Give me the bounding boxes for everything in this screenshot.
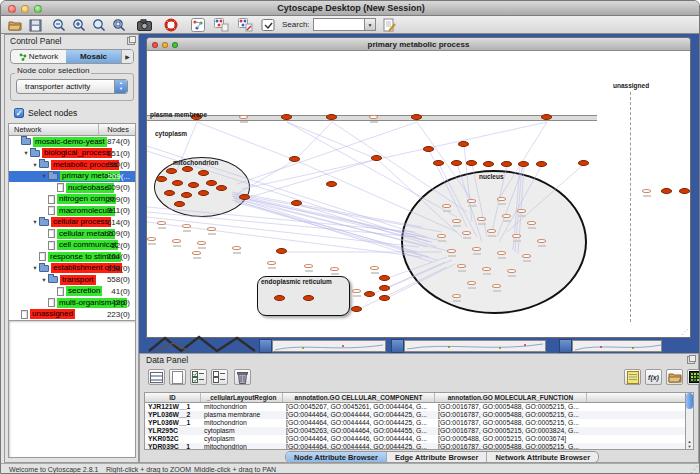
network-node-outline[interactable]: [172, 239, 181, 243]
network-view-window[interactable]: primary metabolic process plasma membran…: [146, 37, 691, 338]
network-node-outline[interactable]: [502, 214, 511, 218]
window-sliver-cap-icon[interactable]: [559, 339, 572, 353]
network-node[interactable]: [364, 291, 375, 297]
disclosure-triangle-icon[interactable]: ▼: [31, 162, 39, 168]
network-node[interactable]: [458, 141, 469, 147]
network-modify-2-icon[interactable]: [237, 17, 253, 33]
snapshot-icon[interactable]: [136, 17, 152, 33]
network-node[interactable]: [379, 295, 390, 301]
network-node[interactable]: [501, 161, 512, 167]
tree-row[interactable]: mosaic-demo-yeast874(0): [9, 136, 135, 148]
network-node-outline[interactable]: [522, 254, 531, 258]
network-node[interactable]: [518, 161, 529, 167]
tree-row[interactable]: nitrogen compo209(0): [9, 194, 135, 206]
network-node[interactable]: [411, 114, 422, 120]
window-sliver[interactable]: [272, 340, 386, 352]
network-node[interactable]: [206, 180, 217, 186]
import-attributes-icon[interactable]: [666, 369, 683, 385]
col-id[interactable]: ID: [145, 393, 201, 402]
network-node-outline[interactable]: [267, 261, 276, 265]
network-node-outline[interactable]: [472, 247, 481, 251]
network-node[interactable]: [181, 192, 192, 198]
network-node-outline[interactable]: [642, 189, 651, 193]
network-node-outline[interactable]: [437, 234, 446, 238]
network-node[interactable]: [578, 160, 589, 166]
scrollbar-thumb[interactable]: [686, 393, 693, 409]
zoom-in-icon[interactable]: [71, 17, 87, 33]
network-node[interactable]: [433, 160, 444, 166]
tab-edge-attribute-browser[interactable]: Edge Attribute Browser: [387, 452, 487, 462]
tree-row[interactable]: secretion41(0): [9, 286, 135, 298]
network-name[interactable]: cell communicat: [57, 240, 118, 250]
network-node[interactable]: [216, 185, 227, 191]
network-node[interactable]: [536, 161, 547, 167]
col-go-molecular-function[interactable]: annotation.GO MOLECULAR_FUNCTION: [435, 393, 587, 402]
tab-overflow-arrow[interactable]: ▶: [121, 50, 133, 63]
disclosure-triangle-icon[interactable]: ▼: [22, 150, 30, 156]
network-node-outline[interactable]: [452, 294, 461, 298]
network-name[interactable]: secretion: [66, 286, 102, 296]
network-node[interactable]: [326, 181, 337, 187]
birds-eye-view[interactable]: [8, 320, 136, 458]
network-node-outline[interactable]: [304, 264, 313, 268]
network-node[interactable]: [166, 168, 177, 174]
network-node[interactable]: [276, 248, 287, 254]
table-row[interactable]: YDR039C__1mitochondrion[GO:0044464, GO:0…: [145, 443, 687, 450]
table-row[interactable]: YPL036W__2plasma membrane[GO:0044464, GO…: [145, 411, 687, 419]
network-node[interactable]: [679, 188, 690, 194]
disclosure-triangle-icon[interactable]: ▼: [40, 173, 48, 179]
network-node[interactable]: [289, 156, 300, 162]
save-session-icon[interactable]: [27, 17, 43, 33]
annotation-icon[interactable]: [260, 17, 276, 33]
network-node[interactable]: [303, 295, 314, 301]
tree-row[interactable]: response to stimulu264(0): [9, 251, 135, 263]
matrix-icon[interactable]: [687, 369, 700, 385]
table-row[interactable]: YJR121W__1mitochondrion[GO:0045267, GO:0…: [145, 403, 687, 411]
network-node-outline[interactable]: [197, 241, 206, 245]
network-node[interactable]: [198, 170, 209, 176]
tree-row[interactable]: ▼transport558(0): [9, 274, 135, 286]
network-node-outline[interactable]: [537, 239, 546, 243]
disclosure-triangle-icon[interactable]: ▼: [31, 265, 39, 271]
network-node[interactable]: [379, 285, 390, 291]
network-node-outline[interactable]: [369, 115, 378, 119]
network-node-outline[interactable]: [330, 267, 339, 271]
network-canvas[interactable]: plasma membrane cytoplasm mitochondrion …: [147, 51, 690, 337]
network-node[interactable]: [451, 160, 462, 166]
vizmapper-icon[interactable]: [190, 17, 206, 33]
network-node[interactable]: [379, 275, 390, 281]
network-node[interactable]: [198, 190, 209, 196]
table-row[interactable]: YPL036W__1mitochondrion[GO:0044464, GO:0…: [145, 419, 687, 427]
network-node[interactable]: [174, 201, 185, 207]
attribute-select-icon[interactable]: [148, 369, 165, 385]
network-node[interactable]: [326, 114, 337, 120]
network-node-outline[interactable]: [467, 281, 476, 285]
canvas-resize-grip[interactable]: ⋰: [681, 328, 688, 336]
tree-header[interactable]: Network Nodes: [9, 124, 135, 136]
network-node[interactable]: [182, 166, 193, 172]
network-node[interactable]: [239, 194, 250, 200]
network-name[interactable]: transport: [60, 275, 96, 285]
network-node-outline[interactable]: [442, 204, 451, 208]
network-node[interactable]: [351, 306, 362, 312]
window-sliver-cap-icon[interactable]: [259, 339, 272, 353]
window-titlebar[interactable]: Cytoscape Desktop (New Session): [1, 1, 700, 16]
zoom-selected-region-icon[interactable]: [111, 17, 127, 33]
network-node-outline[interactable]: [457, 264, 466, 268]
open-session-icon[interactable]: [7, 17, 23, 33]
tree-row[interactable]: ▼primary metabo209(...: [9, 171, 135, 183]
tree-col-network[interactable]: Network: [14, 125, 42, 134]
network-node-outline[interactable]: [467, 199, 476, 203]
zoom-out-icon[interactable]: [51, 17, 67, 33]
float-panel-icon[interactable]: [127, 37, 135, 45]
table-row[interactable]: YKR052Ccytoplasm[GO:0044464, GO:0044446,…: [145, 435, 687, 443]
network-name[interactable]: cellular process: [51, 217, 111, 227]
disclosure-triangle-icon[interactable]: ▼: [40, 277, 48, 283]
float-data-panel-icon[interactable]: [687, 356, 695, 364]
select-all-attributes-icon[interactable]: [190, 369, 207, 385]
network-node[interactable]: [541, 114, 552, 120]
scrollbar-arrows-icon[interactable]: ▲▼: [686, 439, 693, 449]
network-node-outline[interactable]: [487, 229, 496, 233]
tree-row[interactable]: unassigned223(0): [9, 309, 135, 321]
network-modify-1-icon[interactable]: [213, 17, 229, 33]
